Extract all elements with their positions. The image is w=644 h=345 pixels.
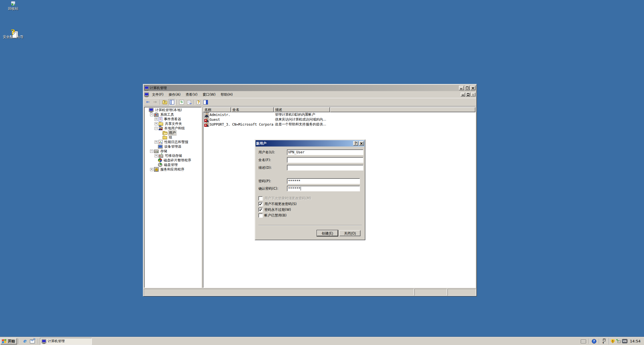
- tree-item[interactable]: +共享文件夹: [144, 121, 201, 126]
- back-arrow-button[interactable]: [145, 99, 151, 105]
- forward-arrow-button: [152, 99, 159, 105]
- user-row[interactable]: Guest供来宾访问计算机或访问域的内...: [203, 117, 475, 122]
- text-input[interactable]: [287, 157, 363, 163]
- window-titlebar[interactable]: 计算机管理: [144, 85, 476, 91]
- mdi-system-icon[interactable]: [144, 93, 149, 97]
- screen: { "colors":{ "desktop":"#3A6EA5","chrome…: [0, 0, 644, 345]
- open-folder-icon: [163, 132, 167, 135]
- refresh-button[interactable]: [178, 99, 185, 105]
- user-row[interactable]: Administr...管理计算机(域)的内置帐户: [203, 112, 475, 117]
- checkbox[interactable]: [258, 202, 263, 206]
- new-user-dialog: 新用户 用户名(U):VPN_User全名(F):描述(D):密码(P):***…: [255, 139, 365, 240]
- tree-expander[interactable]: +: [155, 118, 158, 121]
- status-section: [447, 289, 476, 296]
- password-input[interactable]: ******: [287, 178, 360, 184]
- menu-item[interactable]: 查看(V): [183, 91, 200, 98]
- tree-item[interactable]: 用户: [144, 131, 201, 135]
- tree-item[interactable]: 设备管理器: [144, 144, 201, 149]
- tree-expander[interactable]: −: [150, 113, 153, 116]
- tree-item[interactable]: +服务和应用程序: [144, 167, 201, 172]
- vmware-tools-icon[interactable]: vm: [622, 339, 627, 343]
- help-circle-icon[interactable]: [592, 339, 596, 344]
- start-button[interactable]: 开始: [1, 338, 17, 344]
- checkbox-row[interactable]: 用户不能更改密码(S): [258, 201, 362, 207]
- internet-explorer-button[interactable]: [22, 338, 28, 344]
- tree-item[interactable]: 组: [144, 135, 201, 140]
- help-button[interactable]: [353, 141, 358, 146]
- checkbox[interactable]: [258, 213, 263, 218]
- maximize-button[interactable]: [465, 86, 470, 90]
- task-button-computer-management[interactable]: 计算机管理: [40, 338, 92, 345]
- menu-item[interactable]: 帮助(H): [218, 91, 235, 98]
- keyboard-icon[interactable]: [581, 340, 586, 343]
- outlook-express-icon: [30, 340, 35, 343]
- show-console-tree-button[interactable]: [169, 99, 175, 105]
- tree-item-label: 事件查看器: [163, 117, 182, 122]
- close-button[interactable]: [359, 141, 364, 146]
- menu-item[interactable]: 操作(A): [166, 91, 183, 98]
- tree-item[interactable]: −系统工具: [144, 112, 201, 117]
- language-options-icon[interactable]: [602, 338, 606, 344]
- tree-item[interactable]: +事件查看器: [144, 117, 201, 121]
- tree-item[interactable]: 计算机管理(本地): [144, 108, 201, 112]
- tree-item[interactable]: +可移动存储: [144, 153, 201, 158]
- tree-item[interactable]: −本地用户和组: [144, 126, 201, 131]
- column-header-2[interactable]: 全名: [231, 107, 274, 112]
- restore-button[interactable]: [466, 93, 470, 97]
- security-alert-icon[interactable]: [611, 339, 615, 343]
- user-row[interactable]: SUPPORT_3...CN=Microsoft Corpora...这是一个帮…: [203, 122, 475, 127]
- minimize-button[interactable]: [459, 86, 464, 90]
- column-header-1[interactable]: 名称: [203, 107, 231, 112]
- text-input[interactable]: VPN_User: [287, 149, 363, 155]
- desktop-icon[interactable]: 安全配置向导: [1, 30, 25, 39]
- tree-expander[interactable]: +: [155, 154, 158, 157]
- dialog-checkboxes: 用户下次登录时须更改密码(M)用户不能更改密码(S)密码永不过期(W)帐户已禁用…: [258, 195, 362, 218]
- local-users-groups-icon: [159, 126, 163, 130]
- checkbox-row[interactable]: 帐户已禁用(B): [258, 212, 362, 218]
- menu-item[interactable]: 文件(F): [149, 91, 166, 98]
- up-folder-button[interactable]: [161, 99, 168, 105]
- tree-item-label: 服务和应用程序: [160, 167, 185, 172]
- close-button: [471, 93, 475, 97]
- tree-expander[interactable]: −: [150, 150, 153, 153]
- tree-item[interactable]: −存储: [144, 149, 201, 153]
- safely-remove-hardware-icon[interactable]: [616, 339, 621, 343]
- tree-item[interactable]: 磁盘碎片整理程序: [144, 158, 201, 163]
- export-list-button[interactable]: [185, 99, 192, 105]
- taskbar-separator: [19, 339, 19, 344]
- tree-item[interactable]: 磁盘管理: [144, 163, 201, 167]
- dialog-field-row: 密码(P):******: [258, 178, 362, 184]
- menu-items: 文件(F)操作(A)查看(V)窗口(W)帮助(H): [149, 91, 235, 98]
- tree-expander[interactable]: +: [150, 168, 153, 171]
- internet-explorer-icon: [23, 339, 27, 344]
- tree-expander[interactable]: +: [155, 122, 158, 125]
- show-action-pane-button[interactable]: [202, 99, 209, 105]
- help-button[interactable]: [195, 99, 202, 105]
- user-icon: [204, 117, 209, 122]
- taskbar-separator: [38, 339, 39, 344]
- create-button[interactable]: 创建(E): [317, 230, 338, 236]
- system-tools-icon: [154, 113, 159, 117]
- outlook-express-button[interactable]: [29, 338, 35, 344]
- dialog-title: 新用户: [256, 141, 352, 146]
- tree-expander[interactable]: −: [155, 127, 158, 130]
- taskbar-clock[interactable]: 14:54: [629, 339, 642, 343]
- column-header-3[interactable]: 描述: [274, 107, 330, 112]
- desktop-icon[interactable]: 回收站: [1, 1, 25, 11]
- checkbox[interactable]: [258, 208, 263, 212]
- dialog-titlebar[interactable]: 新用户: [256, 140, 364, 147]
- minimize-button[interactable]: [461, 93, 465, 97]
- tree-item-label: 磁盘碎片整理程序: [163, 158, 192, 163]
- menu-item[interactable]: 窗口(W): [200, 91, 218, 98]
- checkbox-row[interactable]: 密码永不过期(W): [258, 207, 362, 212]
- close-button[interactable]: [470, 86, 475, 90]
- list-header: 名称全名描述: [203, 107, 475, 112]
- tree-expander[interactable]: +: [155, 141, 158, 144]
- text-input[interactable]: [287, 165, 363, 171]
- close-button[interactable]: 关闭(O): [339, 230, 361, 236]
- password-input[interactable]: ******: [287, 186, 360, 191]
- tree-item[interactable]: +性能日志和警报: [144, 140, 201, 144]
- show-console-tree-icon: [170, 100, 174, 105]
- text-caret: [301, 187, 301, 190]
- taskbar: 开始 计算机管理 vm14:54: [0, 337, 644, 345]
